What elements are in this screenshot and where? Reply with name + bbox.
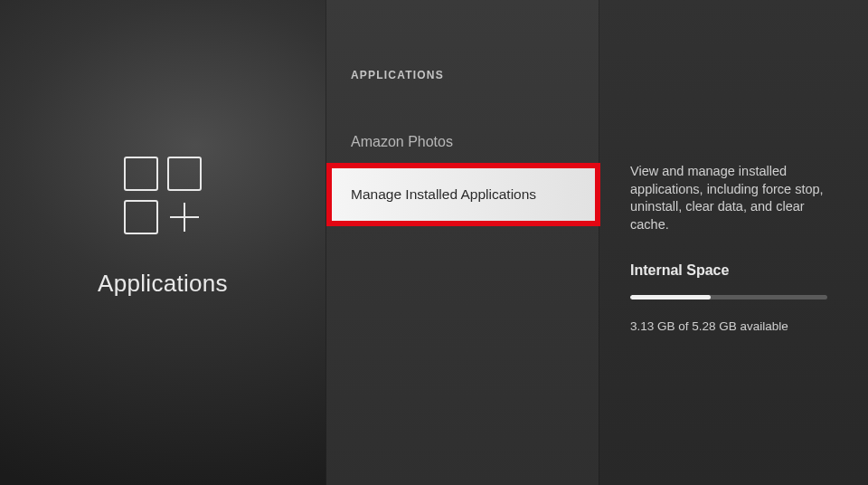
menu-item-amazon-photos[interactable]: Amazon Photos bbox=[351, 134, 453, 150]
section-heading: APPLICATIONS bbox=[351, 69, 444, 81]
menu-panel: APPLICATIONS Amazon Photos Manage Instal… bbox=[326, 0, 599, 485]
detail-panel: View and manage installed applications, … bbox=[599, 0, 868, 485]
panel-title: Applications bbox=[98, 270, 228, 298]
menu-item-selected-highlight: Manage Installed Applications bbox=[326, 163, 600, 226]
svg-rect-2 bbox=[125, 201, 157, 233]
svg-rect-1 bbox=[168, 157, 201, 190]
applications-icon bbox=[119, 152, 206, 242]
storage-available-text: 3.13 GB of 5.28 GB available bbox=[630, 319, 841, 333]
storage-progress-fill bbox=[630, 295, 711, 300]
internal-space-heading: Internal Space bbox=[630, 262, 841, 279]
description-text: View and manage installed applications, … bbox=[630, 163, 841, 233]
left-panel: Applications bbox=[0, 0, 326, 485]
storage-progress-bar bbox=[630, 295, 827, 300]
svg-rect-0 bbox=[125, 157, 157, 190]
menu-item-manage-installed-applications[interactable]: Manage Installed Applications bbox=[332, 168, 595, 221]
